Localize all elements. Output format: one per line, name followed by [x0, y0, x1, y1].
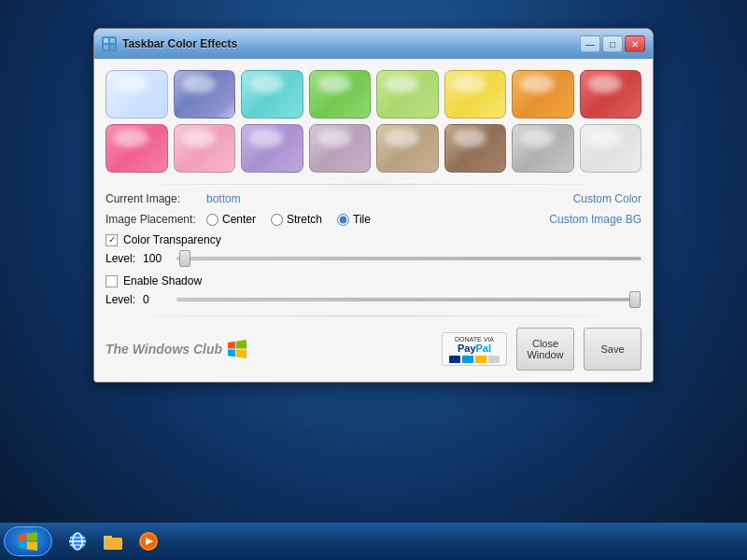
- bottom-bar: The Windows Club DONATE VIA PayPal: [106, 328, 641, 371]
- shadow-level-label: Level:: [106, 293, 135, 306]
- swatch-pink-light[interactable]: [174, 124, 236, 173]
- enable-shadow-checkbox[interactable]: [106, 275, 118, 287]
- minimize-button[interactable]: —: [580, 35, 600, 52]
- shadow-level-value: 0: [143, 293, 169, 306]
- radio-stretch[interactable]: Stretch: [271, 213, 322, 226]
- swatch-white2[interactable]: [580, 124, 642, 173]
- radio-center-input[interactable]: [206, 214, 218, 226]
- swatch-mauve[interactable]: [309, 124, 372, 173]
- svg-rect-1: [104, 38, 108, 43]
- window-titlebar: Taskbar Color Effects — □ ✕: [94, 29, 653, 59]
- shadow-slider-thumb[interactable]: [629, 291, 641, 308]
- paypal-name: PayPal: [458, 343, 491, 354]
- current-image-label: Current Image:: [106, 192, 199, 205]
- window-controls: — □ ✕: [580, 35, 645, 52]
- radio-stretch-input[interactable]: [271, 214, 283, 226]
- transparency-level-value: 100: [143, 252, 169, 265]
- radio-stretch-label: Stretch: [287, 213, 322, 226]
- svg-rect-4: [110, 45, 115, 49]
- swatch-light-green[interactable]: [376, 70, 439, 119]
- swatch-red[interactable]: [580, 70, 642, 119]
- swatch-yellow[interactable]: [444, 70, 507, 119]
- image-placement-row: Image Placement: Center Stretch Tile Cus…: [106, 213, 641, 226]
- swatch-white[interactable]: [106, 70, 168, 119]
- radio-tile-label: Tile: [353, 213, 371, 226]
- transparency-slider-track[interactable]: [176, 257, 641, 260]
- current-image-row: Current Image: bottom Custom Color: [106, 192, 641, 205]
- shadow-slider-track[interactable]: [176, 298, 641, 301]
- window-title: Taskbar Color Effects: [122, 37, 580, 50]
- color-row-1: [106, 70, 641, 119]
- start-button[interactable]: [4, 526, 52, 556]
- swatch-green[interactable]: [309, 70, 372, 119]
- paypal-donate-text: DONATE VIA: [455, 336, 494, 343]
- media-icon: [138, 531, 159, 552]
- branding-area: The Windows Club: [106, 340, 432, 358]
- current-image-value: bottom: [206, 192, 241, 205]
- transparency-level-label: Level:: [106, 252, 135, 265]
- transparency-slider-thumb[interactable]: [179, 250, 190, 267]
- taskbar: [0, 523, 747, 560]
- swatch-lavender[interactable]: [241, 124, 303, 173]
- svg-rect-2: [110, 38, 115, 43]
- swatch-silver[interactable]: [512, 124, 574, 173]
- color-grid: [106, 70, 641, 173]
- folder-taskbar-icon[interactable]: [98, 526, 128, 556]
- folder-icon: [103, 531, 123, 552]
- window-body: Current Image: bottom Custom Color Image…: [94, 59, 653, 382]
- shadow-slider-row: Level: 0: [106, 293, 641, 306]
- maximize-button[interactable]: □: [602, 35, 623, 52]
- swatch-blue-purple[interactable]: [174, 70, 236, 119]
- start-windows-icon: [19, 532, 37, 551]
- radio-center[interactable]: Center: [206, 213, 256, 226]
- enable-shadow-label: Enable Shadow: [123, 274, 202, 287]
- swatch-orange[interactable]: [512, 70, 574, 119]
- close-window-button[interactable]: Close Window: [516, 328, 574, 371]
- swatch-pink-bright[interactable]: [106, 124, 168, 173]
- ie-taskbar-icon[interactable]: [63, 526, 92, 556]
- custom-color-link[interactable]: Custom Color: [573, 192, 641, 205]
- branding-text: The Windows Club: [106, 342, 222, 357]
- radio-tile-input[interactable]: [337, 214, 349, 226]
- save-button[interactable]: Save: [584, 328, 641, 371]
- windows-logo-icon: [228, 340, 247, 358]
- custom-image-bg-link[interactable]: Custom Image BG: [549, 213, 641, 226]
- color-transparency-row: Color Transparency: [106, 233, 641, 246]
- placement-radio-group: Center Stretch Tile: [206, 213, 371, 226]
- radio-tile[interactable]: Tile: [337, 213, 371, 226]
- separator-1: [106, 184, 641, 185]
- separator-2: [106, 315, 641, 316]
- paypal-donate-badge[interactable]: DONATE VIA PayPal: [442, 332, 507, 366]
- image-placement-label: Image Placement:: [106, 213, 199, 226]
- svg-rect-3: [104, 45, 108, 49]
- svg-rect-12: [104, 538, 122, 550]
- ie-icon: [67, 531, 88, 552]
- taskbar-color-effects-window: Taskbar Color Effects — □ ✕: [93, 28, 654, 383]
- app-icon: [102, 36, 117, 51]
- close-window-label: Close Window: [527, 338, 563, 360]
- swatch-brown-gray[interactable]: [444, 124, 507, 173]
- color-transparency-label: Color Transparency: [123, 233, 221, 246]
- transparency-slider-row: Level: 100: [106, 252, 641, 265]
- close-button[interactable]: ✕: [625, 35, 645, 52]
- media-taskbar-icon[interactable]: [134, 526, 163, 556]
- swatch-cyan[interactable]: [241, 70, 303, 119]
- swatch-tan[interactable]: [376, 124, 439, 173]
- color-row-2: [106, 124, 641, 173]
- color-transparency-checkbox[interactable]: [106, 234, 118, 246]
- enable-shadow-row: Enable Shadow: [106, 274, 641, 287]
- radio-center-label: Center: [222, 213, 256, 226]
